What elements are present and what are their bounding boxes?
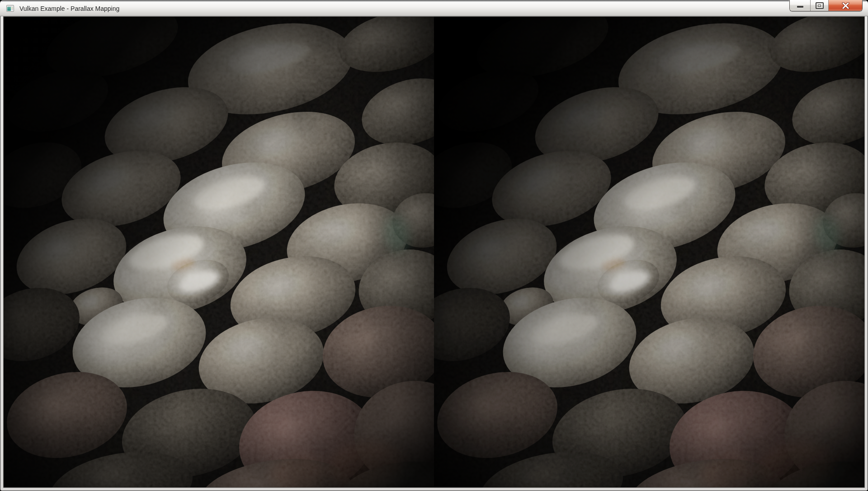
close-button[interactable] (829, 0, 862, 11)
vulkan-example-window: Vulkan Example - Parallax Mapping (0, 0, 868, 491)
left-render-pane[interactable] (4, 17, 434, 487)
window-title: Vulkan Example - Parallax Mapping (19, 5, 119, 12)
render-viewport (4, 17, 864, 487)
maximize-button[interactable] (811, 0, 829, 11)
close-icon (842, 2, 849, 9)
minimize-icon (797, 6, 803, 8)
maximize-icon (816, 2, 824, 9)
app-window-icon (6, 5, 14, 12)
right-render-pane[interactable] (434, 17, 864, 487)
minimize-button[interactable] (790, 0, 811, 11)
window-controls (789, 0, 863, 11)
window-titlebar[interactable]: Vulkan Example - Parallax Mapping (0, 0, 868, 16)
